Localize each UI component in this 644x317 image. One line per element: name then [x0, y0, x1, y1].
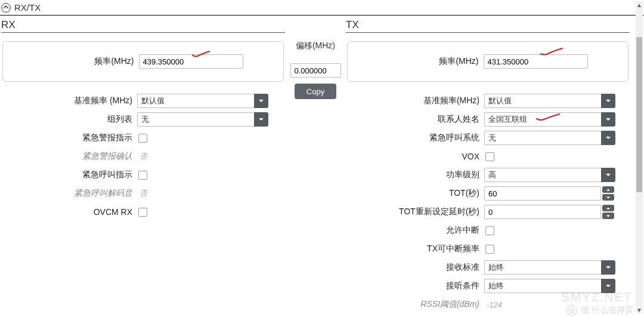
scrollbar-thumb[interactable]	[636, 37, 642, 192]
tx-allow-interrupt-label: 允许中断	[345, 225, 484, 236]
section-title: RX/TX	[14, 2, 41, 13]
offset-input[interactable]	[290, 63, 341, 78]
copy-button[interactable]: Copy	[295, 84, 336, 99]
rx-ref-freq-label: 基准频率 (MHz)	[0, 96, 137, 106]
chevron-down-icon[interactable]	[602, 213, 614, 219]
tx-tot-input[interactable]	[484, 186, 601, 201]
rx-ref-freq-select[interactable]: 默认值	[137, 94, 268, 108]
tx-tot-spinner[interactable]	[601, 186, 614, 201]
chevron-down-icon	[254, 112, 268, 127]
rx-ovcm-checkbox[interactable]	[138, 208, 147, 217]
chevron-up-icon[interactable]	[602, 186, 614, 193]
tx-ref-freq-label: 基准频率(MHz)	[345, 96, 484, 106]
rx-group-list-value: 无	[137, 112, 254, 127]
tx-emergency-sys-select[interactable]: 无	[484, 131, 615, 145]
tx-tot-label: TOT(秒)	[345, 188, 484, 199]
tx-power-label: 功率级别	[345, 170, 484, 180]
chevron-down-icon	[601, 131, 615, 145]
tx-admit-select[interactable]: 始终	[484, 260, 615, 275]
tx-rssi-label: RSSI阈值(dBm)	[345, 299, 484, 310]
tx-emergency-sys-label: 紧急呼叫系统	[345, 133, 484, 143]
tx-tot-rekey-spinner[interactable]	[601, 205, 614, 219]
rx-group-list-label: 组列表	[0, 114, 137, 125]
rx-freq-panel: 频率(MHz)	[2, 41, 284, 82]
chevron-down-icon	[601, 94, 615, 108]
chevron-up-icon[interactable]	[602, 205, 614, 211]
rx-emergency-ack-value: 否	[137, 151, 147, 162]
rx-freq-input[interactable]	[139, 54, 243, 69]
rx-column: RX 频率(MHz) 基准频率 (MHz) 默认值 组列表 无 紧急警报指示	[0, 19, 286, 223]
chevron-down-icon	[601, 260, 615, 275]
tx-contact-label: 联系人姓名	[345, 114, 484, 125]
tx-contact-select[interactable]: 全国互联组	[484, 112, 615, 127]
chevron-down-icon	[601, 168, 615, 182]
tx-power-select[interactable]: 高	[484, 168, 615, 182]
chevron-down-icon[interactable]	[602, 194, 614, 201]
tx-incall-label: 接听条件	[345, 281, 484, 291]
tx-column: TX 频率(MHz) 基准频率(MHz) 默认值 联系人姓名 全国互联组	[345, 19, 631, 317]
tx-title: TX	[346, 19, 630, 33]
section-header[interactable]: RX/TX	[0, 0, 644, 16]
tx-admit-label: 接收标准	[345, 262, 484, 273]
tx-interruptible-label: TX可中断频率	[345, 244, 484, 254]
rx-emergency-alarm-checkbox[interactable]	[138, 134, 147, 143]
offset-label: 偏移(MHz)	[296, 38, 335, 51]
rx-emergency-decode-label: 紧急呼叫解码音	[0, 188, 137, 199]
chevron-down-icon	[601, 112, 615, 127]
tx-ref-freq-select[interactable]: 默认值	[484, 94, 615, 108]
tx-rssi-value: -124	[484, 300, 502, 309]
rx-emergency-decode-value: 否	[137, 188, 147, 199]
tx-vox-label: VOX	[345, 152, 484, 161]
tx-tot-rekey-label: TOT重新设定延时(秒)	[345, 207, 484, 217]
rx-emergency-call-label: 紧急呼叫指示	[0, 170, 137, 180]
tx-allow-interrupt-checkbox[interactable]	[485, 226, 494, 235]
tx-admit-value: 始终	[484, 260, 601, 275]
scrollbar[interactable]: ▲ ▼	[636, 1, 643, 313]
tx-freq-panel: 频率(MHz)	[347, 41, 628, 82]
tx-freq-label: 频率(MHz)	[388, 56, 484, 67]
tx-tot-rekey-input[interactable]	[484, 205, 601, 219]
rx-emergency-alarm-label: 紧急警报指示	[0, 133, 137, 143]
rx-emergency-call-checkbox[interactable]	[138, 171, 147, 180]
tx-ref-freq-value: 默认值	[484, 94, 601, 108]
tx-freq-input[interactable]	[484, 54, 588, 69]
tx-emergency-sys-value: 无	[484, 131, 601, 145]
rx-group-list-select[interactable]: 无	[137, 112, 268, 127]
chevron-down-icon	[254, 94, 268, 108]
tx-vox-checkbox[interactable]	[485, 152, 494, 161]
offset-column: 偏移(MHz) Copy	[286, 19, 345, 99]
tx-interruptible-checkbox[interactable]	[485, 245, 494, 254]
scroll-up-icon[interactable]: ▲	[636, 1, 643, 8]
scroll-down-icon[interactable]: ▼	[636, 306, 643, 313]
rxtx-body: RX 频率(MHz) 基准频率 (MHz) 默认值 组列表 无 紧急警报指示	[0, 16, 644, 317]
rx-emergency-ack-label: 紧急警报确认	[0, 151, 137, 162]
watermark-zdm: 值 值 什么值得买	[566, 305, 633, 316]
rx-ovcm-label: OVCM RX	[0, 207, 137, 217]
rx-ref-freq-value: 默认值	[137, 94, 254, 108]
tx-power-value: 高	[484, 168, 601, 182]
tx-contact-value: 全国互联组	[484, 112, 601, 127]
rx-freq-label: 频率(MHz)	[44, 56, 139, 67]
watermark-smyz: SMYZ.NET	[561, 290, 632, 305]
rx-title: RX	[1, 19, 285, 33]
collapse-icon[interactable]	[1, 3, 11, 13]
